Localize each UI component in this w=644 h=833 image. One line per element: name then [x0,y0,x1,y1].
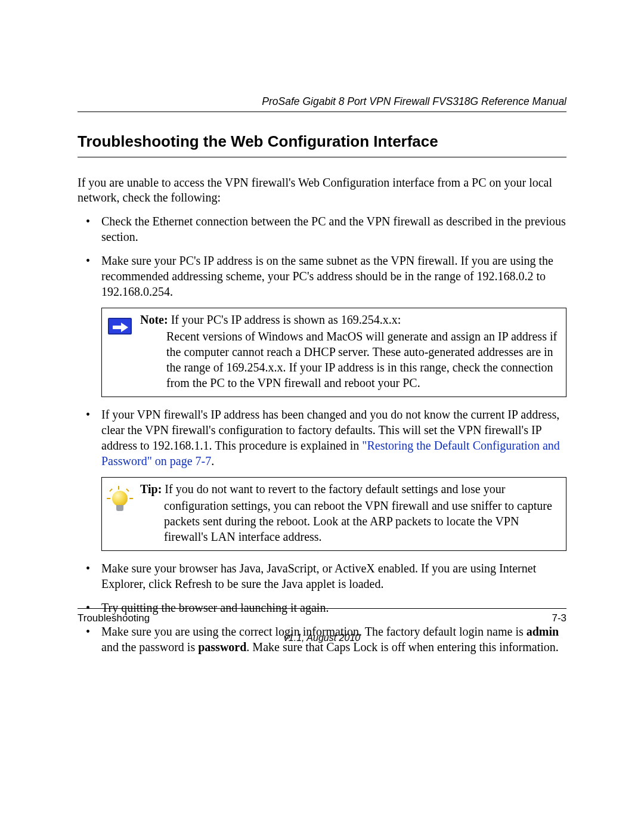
note-icon-wrap [108,312,133,335]
list-item: If your VPN firewall's IP address has be… [78,407,566,469]
tip-body: configuration settings, you can reboot t… [140,498,560,544]
list-item: Make sure your PC's IP address is on the… [78,253,566,299]
tip-callout: Tip: If you do not want to revert to the… [101,477,566,551]
list-item-text-post: . [211,454,214,467]
footer-version: v1.1, August 2010 [78,633,566,643]
note-body: Recent versions of Windows and MacOS wil… [140,329,560,391]
list-item-text: Check the Ethernet connection between th… [101,215,566,243]
page-footer: Troubleshooting 7-3 v1.1, August 2010 [78,608,566,643]
section-heading: Troubleshooting the Web Configuration In… [78,132,566,157]
tip-icon-wrap [108,481,133,515]
tip-label: Tip: [140,482,162,496]
lightbulb-icon [108,487,132,515]
page-body: ProSafe Gigabit 8 Port VPN Firewall FVS3… [78,95,566,663]
list-item-text: Make sure your browser has Java, JavaScr… [101,562,536,590]
note-label: Note: [140,313,168,326]
footer-chapter: Troubleshooting [78,612,150,624]
list-item: Make sure your browser has Java, JavaScr… [78,561,566,592]
troubleshoot-list-continued: If your VPN firewall's IP address has be… [78,407,566,469]
footer-page-number: 7-3 [552,612,566,624]
note-text: Note: If your PC's IP address is shown a… [140,312,560,391]
arrow-right-icon [108,318,132,335]
running-header: ProSafe Gigabit 8 Port VPN Firewall FVS3… [78,95,566,112]
intro-paragraph: If you are unable to access the VPN fire… [78,175,566,205]
note-callout: Note: If your PC's IP address is shown a… [101,308,566,397]
tip-text: Tip: If you do not want to revert to the… [140,481,560,544]
note-lead-text: If your PC's IP address is shown as 169.… [168,313,401,326]
list-item: Check the Ethernet connection between th… [78,213,566,244]
tip-lead-text: If you do not want to revert to the fact… [162,482,505,496]
footer-line: Troubleshooting 7-3 [78,612,566,624]
troubleshoot-list: Check the Ethernet connection between th… [78,213,566,299]
footer-rule [78,608,566,609]
list-item-text: Make sure your PC's IP address is on the… [101,254,553,298]
